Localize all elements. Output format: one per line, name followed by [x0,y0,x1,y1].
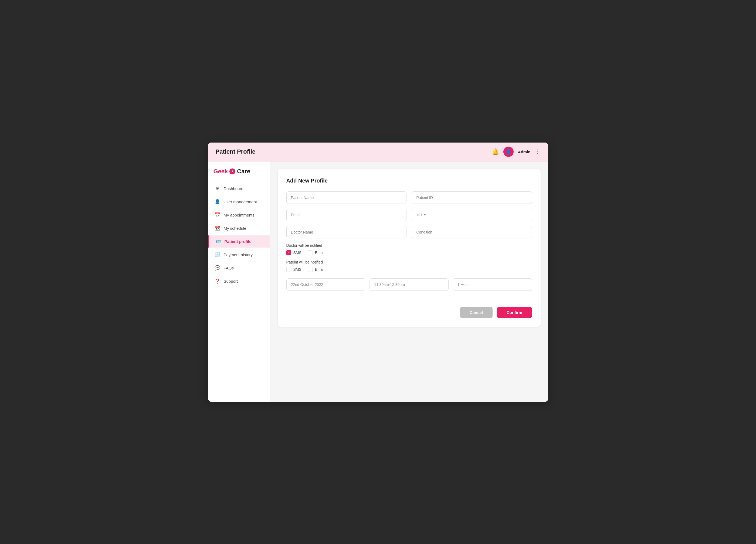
form-row-1 [286,191,532,204]
doctor-email-label: Email [315,251,324,255]
doctor-name-input[interactable] [286,226,406,238]
patient-name-input[interactable] [286,191,406,204]
doctor-sms-checkbox-item[interactable]: ✓ SMS [286,250,301,255]
sidebar: Geek + Care ⊞ Dashboard 👤 User managemen… [208,161,270,402]
sidebar-item-label: My schedule [224,226,246,231]
doctor-notification: Doctor will be notified ✓ SMS Email [286,243,532,255]
user-management-icon: 👤 [215,199,221,205]
sidebar-item-my-appointments[interactable]: 📅 My appointments [208,209,270,221]
patient-email-checkbox-item[interactable]: Email [308,267,324,272]
more-options-icon[interactable]: ⋮ [535,148,541,155]
sidebar-item-support[interactable]: ❓ Support [208,275,270,287]
patient-notification: Pateint will be notified SMS Email [286,260,532,272]
faqs-icon: 💬 [215,265,221,271]
sidebar-item-user-management[interactable]: 👤 User management [208,196,270,208]
time-input[interactable] [369,278,449,291]
confirm-button[interactable]: Confirm [497,307,532,318]
doctor-checkbox-row: ✓ SMS Email [286,250,532,255]
logo-plus-icon: + [229,168,235,174]
patient-sms-label: SMS [293,267,301,272]
logo-care: Care [237,168,250,175]
support-icon: ❓ [215,278,221,284]
patient-notify-label: Pateint will be notified [286,260,532,264]
sidebar-item-label: FAQs [224,266,234,270]
doctor-email-checkbox[interactable] [308,250,313,255]
patient-id-input[interactable] [412,191,532,204]
logo: Geek + Care [208,168,270,181]
logo-geek: Geek [213,168,228,175]
button-row: Cancel Confirm [286,307,532,318]
schedule-icon: 📆 [215,225,221,231]
sidebar-item-label: Support [224,279,238,283]
form-row-2: +91 ▾ [286,209,532,221]
sidebar-item-label: Dashboard [224,186,243,191]
sidebar-item-my-schedule[interactable]: 📆 My schedule [208,222,270,234]
patient-email-label: Email [315,267,324,272]
sidebar-item-dashboard[interactable]: ⊞ Dashboard [208,183,270,195]
sidebar-item-faqs[interactable]: 💬 FAQs [208,262,270,274]
doctor-notify-label: Doctor will be notified [286,243,532,248]
sidebar-item-label: My appointments [224,213,255,217]
header: Patient Profile 🔔 👤 Admin ⋮ [208,143,548,161]
main-content: Add New Profile +91 ▾ [270,161,548,402]
phone-input[interactable]: +91 ▾ [412,209,532,221]
form-row-3 [286,226,532,238]
sidebar-item-patient-profile[interactable]: 🪪 Patient profile [208,235,270,248]
chevron-down-icon: ▾ [424,213,426,217]
body: Geek + Care ⊞ Dashboard 👤 User managemen… [208,161,548,402]
admin-label: Admin [518,150,531,154]
cancel-button[interactable]: Cancel [460,307,493,318]
appointments-icon: 📅 [215,212,221,218]
dashboard-icon: ⊞ [215,186,221,191]
doctor-sms-checkbox[interactable]: ✓ [286,250,291,255]
doctor-sms-label: SMS [293,251,301,255]
sidebar-item-payment-history[interactable]: 🧾 Payment history [208,249,270,261]
patient-sms-checkbox[interactable] [286,267,291,272]
patient-email-checkbox[interactable] [308,267,313,272]
phone-code: +91 [416,213,422,217]
datetime-row [286,278,532,291]
page-title: Patient Profile [216,148,256,155]
avatar: 👤 [503,147,514,157]
date-input[interactable] [286,278,365,291]
patient-sms-checkbox-item[interactable]: SMS [286,267,301,272]
duration-input[interactable] [453,278,532,291]
form-title: Add New Profile [286,178,532,184]
patient-profile-icon: 🪪 [215,239,221,244]
doctor-email-checkbox-item[interactable]: Email [308,250,324,255]
sidebar-item-label: Patient profile [225,239,252,244]
add-profile-card: Add New Profile +91 ▾ [278,169,541,327]
notification-icon[interactable]: 🔔 [492,148,499,155]
sidebar-item-label: Payment history [224,252,253,257]
payment-icon: 🧾 [215,252,221,258]
condition-input[interactable] [412,226,532,238]
header-right: 🔔 👤 Admin ⋮ [492,147,541,157]
sidebar-item-label: User management [224,200,257,204]
patient-checkbox-row: SMS Email [286,267,532,272]
email-input[interactable] [286,209,406,221]
